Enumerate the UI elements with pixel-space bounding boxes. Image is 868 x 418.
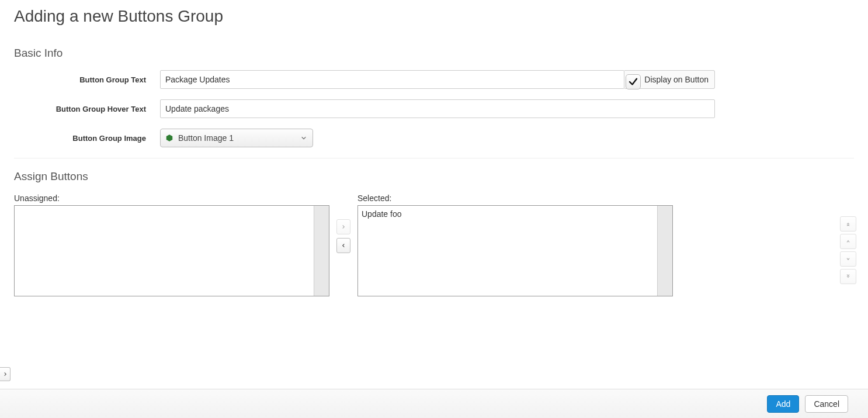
listbox-selected[interactable]: Update foo	[357, 205, 673, 296]
scrollbar[interactable]	[657, 206, 672, 296]
move-up-button[interactable]	[840, 234, 856, 249]
label-button-group-hover-text: Button Group Hover Text	[14, 105, 160, 113]
listbox-unassigned[interactable]	[14, 205, 329, 296]
row-button-group-text: Button Group Text Display on Button	[14, 70, 854, 89]
move-to-top-button[interactable]	[840, 216, 856, 232]
dropdown-button-group-image[interactable]: Button Image 1	[160, 129, 313, 147]
display-on-button-toggle[interactable]: Display on Button	[624, 70, 715, 89]
expand-sidebar-button[interactable]	[0, 367, 11, 381]
checkmark-icon	[626, 74, 641, 89]
section-divider	[14, 158, 854, 158]
svg-marker-0	[166, 134, 173, 141]
label-button-group-text: Button Group Text	[14, 75, 160, 84]
move-down-button[interactable]	[840, 251, 856, 267]
dropdown-selected-label: Button Image 1	[178, 133, 234, 143]
move-left-button[interactable]	[336, 238, 350, 253]
page-title: Adding a new Buttons Group	[14, 7, 854, 26]
label-unassigned: Unassigned:	[14, 194, 329, 203]
input-button-group-text[interactable]	[160, 70, 624, 89]
input-button-group-hover-text[interactable]	[160, 99, 715, 118]
display-on-button-label: Display on Button	[644, 75, 709, 84]
row-button-group-hover-text: Button Group Hover Text	[14, 99, 854, 118]
move-to-bottom-button[interactable]	[840, 269, 856, 284]
section-basic-info-title: Basic Info	[14, 47, 854, 60]
scrollbar[interactable]	[314, 206, 329, 296]
row-button-group-image: Button Group Image Button Image 1	[14, 129, 854, 147]
move-right-button[interactable]	[336, 219, 350, 234]
section-assign-title: Assign Buttons	[14, 170, 854, 183]
label-selected: Selected:	[357, 194, 673, 203]
hexagon-icon	[165, 134, 173, 142]
chevron-down-icon	[301, 133, 307, 143]
list-item[interactable]: Update foo	[362, 208, 654, 220]
add-button[interactable]: Add	[767, 395, 799, 413]
footer-bar: Add Cancel	[0, 389, 868, 418]
label-button-group-image: Button Group Image	[14, 134, 160, 143]
cancel-button[interactable]: Cancel	[805, 395, 848, 413]
